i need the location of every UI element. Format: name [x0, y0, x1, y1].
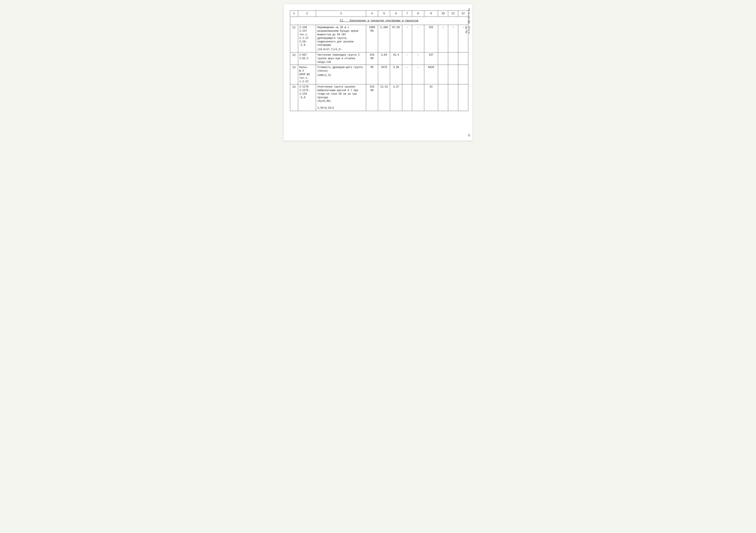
- cell-I4-col4: ICOМЗ: [366, 84, 378, 111]
- col-header-9: 9: [424, 11, 438, 17]
- cell-II-col4: IOOOМЗ: [366, 25, 378, 52]
- cell-II-col2: I–230 I–237 тех.ч. п.I.II I–29– –I,8: [298, 25, 316, 52]
- cell-I3-col1: I3: [290, 65, 298, 84]
- col-header-10: IO: [438, 11, 448, 17]
- cell-I4-col6: 3,37: [390, 84, 402, 111]
- section-header-row: II. Заполнение и покрытие платформы и па…: [290, 17, 468, 25]
- col-header-6: 6: [390, 11, 402, 17]
- col-header-1: I: [290, 11, 298, 17]
- cell-I4-col2: I–II70 I–II75 I–II8 –5,6: [298, 84, 316, 111]
- page-number: 2/: [468, 133, 471, 136]
- cell-I3-col8: –: [412, 65, 424, 84]
- cell-II-col3: Перемещение на 20 м с разравниванием бул…: [316, 25, 366, 52]
- cell-I2-col7: –: [402, 52, 412, 65]
- cell-I2-col8: –: [412, 52, 424, 65]
- cell-I4-col7: [402, 84, 412, 111]
- cell-I2-col5: 4,03: [378, 52, 390, 65]
- cell-I2-col4: ICOМЗ: [366, 52, 378, 65]
- cell-I3-col5: I676: [378, 65, 390, 84]
- cell-II-col5: I,496: [378, 25, 390, 52]
- side-label-top: Ад.УШ п.п.р. 501-07-5.84: [465, 8, 471, 33]
- cell-I4-col5: I2,42: [378, 84, 390, 111]
- table-row: II I–230 I–237 тех.ч. п.I.II I–29– –I,8 …: [290, 25, 468, 52]
- col-header-2: 2: [298, 11, 316, 17]
- cell-I2-col12: [458, 52, 468, 65]
- cell-I4-col1: I4: [290, 84, 298, 111]
- cell-I4-col10: [438, 84, 448, 111]
- cell-I3-col3: Стоимость дренирую-щего грунта (песка) I…: [316, 65, 366, 84]
- cell-II-col10: –: [438, 25, 448, 52]
- cell-II-col7: –: [402, 25, 412, 52]
- cell-I2-col10: [438, 52, 448, 65]
- col-header-8: 8: [412, 11, 424, 17]
- cell-I3-col2: Кальк. № 2 ЕРЕР №I тех.ч. п.2–I2: [298, 65, 316, 84]
- table-row: I4 I–II70 I–II75 I–II8 –5,6 Уплотнение г…: [290, 84, 468, 111]
- cell-I4-col9: 42: [424, 84, 438, 111]
- col-header-5: 5: [378, 11, 390, 17]
- cell-I2-col3: Частичная перекидка грунта I группы вруч…: [316, 52, 366, 65]
- cell-II-col1: II: [290, 25, 298, 52]
- col-header-3: 3: [316, 11, 366, 17]
- cell-I3-col4: М3: [366, 65, 378, 84]
- cell-I3-col11: [448, 65, 458, 84]
- cell-I2-col6: 4I,5: [390, 52, 402, 65]
- cell-I2-col1: I2: [290, 52, 298, 65]
- cell-II-col6: 67,65: [390, 25, 402, 52]
- cell-I3-col10: [438, 65, 448, 84]
- main-table: I 2 3 4 5 6 7 8 9 IO II I2 II.: [290, 11, 468, 111]
- table-row: I2 I–967 I–8I–I Частичная перекидка грун…: [290, 52, 468, 65]
- col-header-7: 7: [402, 11, 412, 17]
- page-container: Ад.УШ п.п.р. 501-07-5.84 2/ I 2 3 4 5 6 …: [284, 4, 472, 141]
- cell-I2-col2: I–967 I–8I–I: [298, 52, 316, 65]
- cell-I4-col3: Уплотнение грунта засыпки виброкатками м…: [316, 84, 366, 111]
- header-row: I 2 3 4 5 6 7 8 9 IO II I2: [290, 11, 468, 17]
- cell-I2-col11: [448, 52, 458, 65]
- table-row: I3 Кальк. № 2 ЕРЕР №I тех.ч. п.2–I2 Стои…: [290, 65, 468, 84]
- col-header-4: 4: [366, 11, 378, 17]
- cell-I3-col7: –: [402, 65, 412, 84]
- cell-II-col11: –: [448, 25, 458, 52]
- cell-II-col9: IOI: [424, 25, 438, 52]
- cell-I2-col9: I67: [424, 52, 438, 65]
- col-header-11: II: [448, 11, 458, 17]
- cell-I3-col12: [458, 65, 468, 84]
- section-header-text: II. Заполнение и покрытие платформы и па…: [340, 19, 418, 22]
- cell-II-col8: –: [412, 25, 424, 52]
- cell-I4-col12: [458, 84, 468, 111]
- cell-I3-col6: 3,95: [390, 65, 402, 84]
- cell-I4-col11: [448, 84, 458, 111]
- cell-I3-col9: 6620: [424, 65, 438, 84]
- cell-I4-col8: [412, 84, 424, 111]
